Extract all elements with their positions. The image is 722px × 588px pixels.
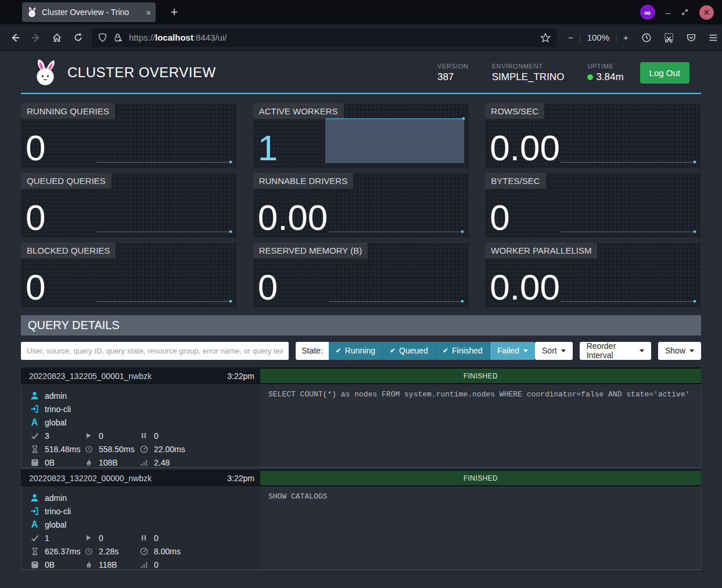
stat-value: 0.00 — [490, 128, 560, 168]
stat-label: BYTES/SEC — [485, 173, 545, 189]
chevron-down-icon — [689, 349, 694, 352]
query-source: trino-cli — [45, 405, 71, 414]
splits-completed: 1 — [45, 533, 49, 543]
user-icon — [30, 391, 39, 400]
cpu-time: 22.00ms — [154, 445, 185, 454]
query-details-header: QUERY DETAILS — [21, 315, 701, 336]
scale-icon — [30, 561, 39, 569]
zoom-in-button[interactable]: + — [623, 33, 628, 42]
state-filter-queued[interactable]: ✔Queued — [382, 342, 435, 360]
query-row: 20220823_132202_00000_nwbzk 3:22pm FINIS… — [21, 470, 701, 570]
peak-memory: 118B — [99, 560, 117, 569]
screenshot-icon[interactable] — [663, 32, 674, 43]
stat-value: 0 — [26, 268, 45, 307]
restore-button[interactable] — [681, 8, 689, 16]
query-id-link[interactable]: 20220823_132205_00001_nwbzk — [29, 371, 152, 381]
check-icon: ✔ — [443, 347, 448, 355]
state-filter-running[interactable]: ✔Running — [329, 342, 382, 360]
version-value: 387 — [437, 71, 469, 83]
trino-favicon — [27, 7, 37, 17]
state-filter-failed[interactable]: Failed — [490, 342, 535, 360]
menu-icon[interactable] — [708, 33, 719, 43]
state-filter-label: State: — [296, 342, 329, 360]
sign-in-icon — [30, 405, 39, 413]
browser-tab[interactable]: Cluster Overview - Trino × — [22, 2, 156, 22]
sign-in-icon — [30, 507, 39, 515]
query-sql-text: SELECT COUNT(*) as nodes FROM system.run… — [260, 384, 701, 467]
stat-label: RESERVED MEMORY (B) — [253, 243, 368, 258]
clock-icon — [84, 547, 94, 555]
new-tab-button[interactable]: + — [166, 5, 182, 20]
cpu-time: 8.00ms — [154, 547, 181, 556]
resource-group-icon: A — [30, 520, 39, 530]
uptime-metric: UPTIME 3.84m — [587, 63, 623, 83]
sparkline-filled — [325, 118, 465, 163]
clock-icon — [84, 445, 94, 453]
chevron-down-icon — [640, 349, 644, 352]
flame-icon — [84, 459, 94, 467]
home-button[interactable] — [46, 33, 67, 43]
cumulative-memory: 0 — [154, 560, 159, 569]
cumulative-memory: 2.48 — [154, 458, 170, 467]
browser-tab-bar: Cluster Overview - Trino × + ∞ – ✕ — [0, 0, 722, 24]
query-status-badge: FINISHED — [260, 471, 701, 485]
query-user: admin — [45, 391, 67, 401]
query-stats: admin trino-cli Aglobal 1 0 0 626.37ms 2… — [21, 486, 260, 569]
tab-close-icon[interactable]: × — [146, 8, 151, 17]
query-user: admin — [45, 493, 67, 503]
stat-label: QUEUED QUERIES — [21, 173, 112, 189]
version-metric: VERSION 387 — [437, 63, 469, 83]
query-id-link[interactable]: 20220823_132202_00000_nwbzk — [29, 474, 152, 483]
shield-icon[interactable] — [98, 33, 107, 42]
splits-queued: 0 — [154, 533, 159, 543]
bookmark-star-icon[interactable] — [540, 33, 551, 43]
stat-label: RUNNABLE DRIVERS — [253, 173, 354, 189]
sparkline — [561, 162, 695, 163]
query-row: 20220823_132205_00001_nwbzk 3:22pm FINIS… — [21, 367, 701, 468]
stat-value: 0.00 — [490, 268, 560, 307]
state-filter-group: State: ✔Running ✔Queued ✔Finished Failed — [296, 342, 535, 360]
url-text[interactable]: https://localhost:8443/ui/ — [129, 33, 540, 42]
query-stats: admin trino-cli Aglobal 3 0 0 518.48ms 5… — [21, 384, 260, 467]
url-bar[interactable]: https://localhost:8443/ui/ — [92, 28, 556, 47]
lock-warning-icon[interactable] — [113, 33, 123, 42]
stat-value: 0.00 — [258, 198, 328, 237]
check-icon — [30, 534, 39, 542]
pocket-icon[interactable] — [686, 33, 696, 43]
gauge-icon — [139, 445, 149, 453]
query-source: trino-cli — [45, 507, 71, 516]
state-filter-finished[interactable]: ✔Finished — [435, 342, 490, 360]
zoom-out-button[interactable]: − — [568, 33, 573, 42]
logout-button[interactable]: Log Out — [640, 62, 689, 84]
stat-card-runnable-drivers: RUNNABLE DRIVERS 0.00 — [253, 173, 469, 237]
elapsed-time: 558.50ms — [99, 445, 134, 454]
resource-group-icon: A — [30, 417, 39, 428]
query-filter-row: State: ✔Running ✔Queued ✔Finished Failed… — [21, 341, 701, 360]
reload-button[interactable] — [67, 33, 88, 42]
reorder-interval-dropdown[interactable]: Reorder Interval — [580, 342, 651, 360]
splits-queued: 0 — [154, 431, 159, 441]
equalizer-icon — [139, 561, 149, 569]
user-icon — [30, 493, 39, 502]
close-window-button[interactable]: ✕ — [699, 5, 714, 20]
back-button[interactable] — [5, 33, 26, 43]
environment-metric: ENVIRONMENT SIMPLE_TRINO — [492, 63, 565, 83]
splits-completed: 3 — [45, 431, 49, 441]
stat-card-bytes-sec: BYTES/SEC 0 — [485, 173, 701, 237]
show-dropdown[interactable]: Show — [658, 342, 701, 360]
chevron-down-icon — [523, 349, 528, 352]
zoom-level[interactable]: 100% — [587, 33, 609, 42]
query-search-input[interactable] — [21, 342, 289, 360]
stat-value: 0 — [26, 128, 45, 168]
elapsed-time: 2.28s — [99, 547, 118, 556]
stat-label: BLOCKED QUERIES — [21, 243, 116, 258]
query-time: 3:22pm — [227, 474, 254, 483]
sort-dropdown[interactable]: Sort — [535, 342, 573, 360]
minimize-button[interactable]: – — [666, 8, 670, 17]
forward-button[interactable] — [26, 33, 46, 43]
sparkline — [329, 301, 464, 302]
query-sql-text: SHOW CATALOGS — [260, 486, 701, 569]
check-icon: ✔ — [390, 347, 396, 355]
history-icon[interactable] — [641, 33, 652, 43]
hourglass-icon — [30, 445, 39, 453]
